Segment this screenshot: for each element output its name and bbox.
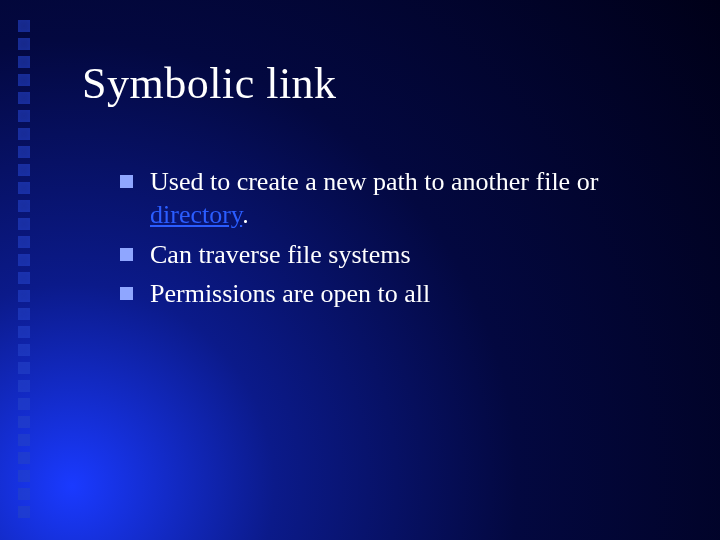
square-icon (18, 452, 30, 464)
bullet-text-prefix: Used to create a new path to another fil… (150, 167, 598, 196)
bullet-text-suffix: . (242, 200, 249, 229)
square-icon (18, 506, 30, 518)
bullet-square-icon (120, 175, 133, 188)
square-icon (18, 74, 30, 86)
square-icon (18, 416, 30, 428)
slide: Symbolic link Used to create a new path … (0, 0, 720, 540)
bullet-square-icon (120, 287, 133, 300)
bullet-text-prefix: Permissions are open to all (150, 279, 430, 308)
square-icon (18, 38, 30, 50)
hyperlink-text[interactable]: directory (150, 200, 242, 229)
square-icon (18, 326, 30, 338)
square-icon (18, 254, 30, 266)
square-icon (18, 164, 30, 176)
square-icon (18, 290, 30, 302)
square-icon (18, 218, 30, 230)
square-icon (18, 236, 30, 248)
bullet-square-icon (120, 248, 133, 261)
square-icon (18, 470, 30, 482)
square-icon (18, 272, 30, 284)
square-icon (18, 128, 30, 140)
list-item: Permissions are open to all (120, 277, 670, 310)
square-icon (18, 92, 30, 104)
bullet-text-prefix: Can traverse file systems (150, 240, 411, 269)
square-icon (18, 20, 30, 32)
square-icon (18, 488, 30, 500)
square-icon (18, 146, 30, 158)
square-icon (18, 398, 30, 410)
slide-body: Used to create a new path to another fil… (120, 165, 670, 316)
list-item: Used to create a new path to another fil… (120, 165, 670, 232)
square-icon (18, 200, 30, 212)
square-icon (18, 362, 30, 374)
square-icon (18, 182, 30, 194)
decorative-squares-column (18, 20, 30, 518)
square-icon (18, 110, 30, 122)
square-icon (18, 380, 30, 392)
slide-title: Symbolic link (82, 58, 337, 109)
square-icon (18, 56, 30, 68)
square-icon (18, 434, 30, 446)
square-icon (18, 308, 30, 320)
list-item: Can traverse file systems (120, 238, 670, 271)
square-icon (18, 344, 30, 356)
